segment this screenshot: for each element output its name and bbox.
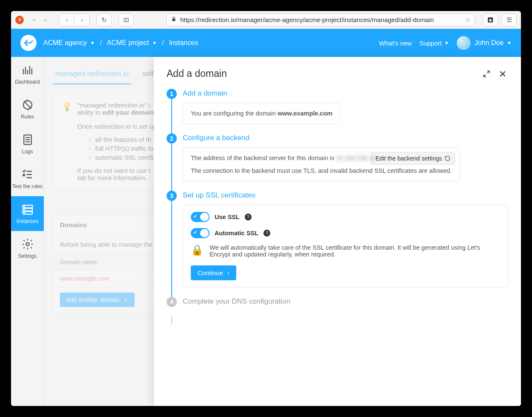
help-icon[interactable]: ?: [263, 230, 270, 237]
browser-titlebar: ✕ − ▫ ‹ › ↻ https://redirection.io/manag…: [11, 11, 521, 29]
step-number: 3: [167, 191, 177, 201]
chevron-down-icon: ▼: [507, 40, 512, 45]
nav-rules[interactable]: Rules: [11, 92, 44, 127]
breadcrumb-section[interactable]: Instances: [169, 39, 198, 47]
breadcrumb-project[interactable]: ACME project: [107, 39, 149, 47]
support-link[interactable]: Support▼: [419, 39, 449, 47]
nav-instances[interactable]: Instances: [11, 196, 44, 231]
svg-point-24: [24, 209, 24, 210]
chevron-down-icon: ▼: [444, 40, 449, 45]
nav-settings[interactable]: Settings: [11, 231, 44, 266]
step-number: 2: [167, 133, 177, 144]
browser-forward-button[interactable]: ›: [74, 14, 90, 26]
step1-body: You are configuring the domain www.examp…: [183, 103, 340, 124]
breadcrumb-agency[interactable]: ACME agency: [43, 39, 87, 47]
lock-icon: 🔒: [191, 244, 204, 258]
svg-point-25: [24, 213, 24, 213]
panel-title: Add a domain: [167, 68, 476, 79]
avatar[interactable]: [457, 36, 470, 50]
help-icon[interactable]: ?: [245, 214, 252, 220]
browser-address-bar[interactable]: https://redirection.io/manager/acme-agen…: [166, 14, 475, 26]
bookmark-star-icon[interactable]: ☆: [465, 16, 470, 24]
close-icon[interactable]: [497, 68, 508, 79]
browser-reload-button[interactable]: ↻: [96, 14, 112, 26]
step2-body: Edit the backend settings The address of…: [183, 147, 460, 181]
step-number: 1: [167, 89, 177, 99]
nav-test-rules[interactable]: Test the rules: [11, 161, 44, 196]
app-logo[interactable]: [20, 35, 37, 51]
step3-body: Use SSL ? Automatic SSL ? 🔒 We will auto…: [183, 205, 508, 287]
app-header: ACME agency ▼ / ACME project ▼ / Instanc…: [11, 29, 521, 57]
window-close-button[interactable]: ✕: [15, 16, 24, 24]
browser-menu-button[interactable]: ☰: [501, 14, 517, 26]
chevron-down-icon[interactable]: ▼: [90, 40, 95, 45]
nav-logs[interactable]: Logs: [11, 127, 44, 161]
svg-line-12: [24, 101, 31, 109]
whats-new-link[interactable]: What's new: [379, 39, 412, 47]
window-minimize-button[interactable]: −: [32, 17, 36, 23]
lock-icon: [171, 16, 177, 23]
step-number: 4: [167, 297, 177, 307]
breadcrumb: ACME agency ▼ / ACME project ▼ / Instanc…: [43, 39, 198, 47]
edit-backend-button[interactable]: Edit the backend settings: [371, 152, 455, 165]
browser-tab-button[interactable]: [119, 14, 134, 26]
svg-point-23: [24, 206, 24, 207]
window-maximize-button[interactable]: ▫: [44, 17, 46, 23]
url-text: https://redirection.io/manager/acme-agen…: [180, 16, 434, 23]
user-menu[interactable]: John Doe▼: [475, 39, 512, 47]
svg-point-26: [26, 242, 29, 246]
use-ssl-toggle[interactable]: [191, 212, 209, 222]
browser-back-button[interactable]: ‹: [59, 14, 74, 26]
automatic-ssl-toggle[interactable]: [191, 228, 209, 238]
nav-dashboard[interactable]: Dashboard: [11, 57, 44, 92]
chevron-right-icon: ›: [227, 269, 229, 276]
browser-apps-button[interactable]: [483, 14, 498, 26]
step-4: 4 Complete your DNS configuration: [167, 297, 508, 311]
add-domain-panel: Add a domain 1 Add a domain: [154, 57, 521, 406]
continue-button[interactable]: Continue ›: [191, 265, 236, 280]
left-nav: Dashboard Rules Logs Test the rules Inst…: [11, 57, 44, 406]
expand-icon[interactable]: [481, 68, 492, 79]
chevron-down-icon[interactable]: ▼: [152, 40, 157, 45]
svg-rect-3: [173, 19, 175, 21]
